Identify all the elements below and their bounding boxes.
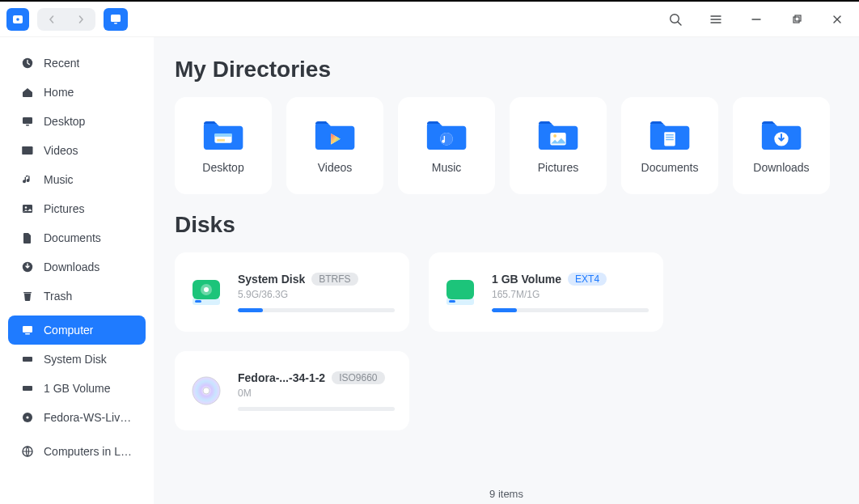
- music-icon: [21, 173, 34, 186]
- sidebar-item-lan[interactable]: Computers in LAN: [8, 437, 146, 466]
- sidebar-item-label: Trash: [44, 290, 72, 303]
- view-toggle-button[interactable]: [104, 8, 128, 31]
- directory-card-music[interactable]: Music: [398, 97, 495, 194]
- disk-title: System Disk: [238, 273, 305, 286]
- svg-rect-51: [449, 300, 455, 303]
- svg-line-5: [678, 22, 681, 25]
- maximize-button[interactable]: [789, 12, 804, 27]
- status-bar: 9 items: [154, 483, 859, 504]
- svg-rect-11: [795, 15, 801, 21]
- directory-card-desktop[interactable]: Desktop: [175, 97, 272, 194]
- disk-progress: [238, 407, 395, 411]
- svg-rect-3: [114, 23, 117, 24]
- svg-rect-32: [217, 139, 225, 142]
- lan-icon: [21, 445, 34, 458]
- back-button[interactable]: [37, 15, 66, 23]
- sidebar-item-music[interactable]: Music: [8, 165, 146, 194]
- sidebar-item-recent[interactable]: Recent: [8, 49, 146, 78]
- nav-buttons: [37, 8, 95, 31]
- maximize-icon: [791, 14, 802, 25]
- sidebar-item-label: System Disk: [44, 353, 107, 366]
- svg-rect-31: [214, 133, 231, 137]
- sidebar: RecentHomeDesktopVideosMusicPicturesDocu…: [0, 37, 154, 504]
- sidebar-item-videos[interactable]: Videos: [8, 136, 146, 165]
- sidebar-item-pictures[interactable]: Pictures: [8, 194, 146, 223]
- directory-card-pictures[interactable]: Pictures: [510, 97, 607, 194]
- sidebar-item-trash[interactable]: Trash: [8, 282, 146, 311]
- sidebar-item-label: Music: [44, 173, 74, 186]
- svg-rect-18: [23, 146, 24, 155]
- titlebar: [0, 2, 859, 37]
- chevron-right-icon: [77, 15, 85, 23]
- forward-button[interactable]: [66, 15, 95, 23]
- svg-rect-26: [23, 386, 32, 391]
- sidebar-item-systemdisk[interactable]: System Disk: [8, 345, 146, 374]
- disk-icon: [21, 382, 34, 395]
- video-icon: [21, 144, 34, 157]
- svg-rect-24: [25, 333, 30, 334]
- sidebar-item-computer[interactable]: Computer: [8, 316, 146, 345]
- disk-usage-text: 0M: [238, 388, 395, 399]
- sidebar-item-vol1gb[interactable]: 1 GB Volume: [8, 374, 146, 403]
- desktop-icon: [21, 115, 34, 128]
- folder-icon-desktop: [201, 117, 246, 153]
- disk-card-fedoraiso[interactable]: Fedora-...-34-1-2ISO96600M: [175, 351, 409, 430]
- search-icon: [668, 12, 683, 27]
- folder-icon-music: [424, 117, 469, 153]
- section-title-disks: Disks: [175, 212, 838, 238]
- disk-title: Fedora-...-34-1-2: [238, 371, 325, 384]
- sidebar-item-home[interactable]: Home: [8, 78, 146, 107]
- svg-point-1: [16, 18, 19, 21]
- directory-card-downloads[interactable]: Downloads: [733, 97, 830, 194]
- disk-icon: [189, 374, 223, 408]
- sidebar-item-documents[interactable]: Documents: [8, 223, 146, 252]
- svg-point-20: [25, 206, 27, 208]
- disk-icon: [443, 275, 477, 309]
- svg-rect-15: [23, 117, 32, 124]
- content-area: My Directories DesktopVideosMusicPicture…: [154, 37, 859, 504]
- svg-rect-16: [26, 125, 29, 125]
- sidebar-item-desktop[interactable]: Desktop: [8, 107, 146, 136]
- directory-label: Music: [432, 161, 462, 174]
- trash-icon: [21, 290, 34, 303]
- sidebar-item-label: Computers in LAN: [44, 445, 133, 458]
- sidebar-item-label: Downloads: [44, 260, 99, 273]
- svg-rect-48: [195, 300, 201, 303]
- menu-button[interactable]: [709, 12, 723, 27]
- close-button[interactable]: [830, 12, 844, 27]
- sidebar-item-label: Videos: [44, 144, 78, 157]
- disk-info: 1 GB VolumeEXT4165.7M/1G: [492, 273, 649, 312]
- disk-card-systemdisk[interactable]: System DiskBTRFS5.9G/36.3G: [175, 252, 409, 332]
- app-window: RecentHomeDesktopVideosMusicPicturesDocu…: [0, 0, 859, 504]
- svg-rect-22: [23, 292, 32, 294]
- svg-rect-19: [23, 205, 32, 213]
- folder-icon-video: [312, 117, 358, 153]
- minimize-button[interactable]: [749, 12, 764, 27]
- sidebar-item-label: Pictures: [44, 202, 85, 215]
- directories-grid: DesktopVideosMusicPicturesDocumentsDownl…: [175, 97, 838, 194]
- body: RecentHomeDesktopVideosMusicPicturesDocu…: [0, 37, 859, 504]
- sidebar-item-downloads[interactable]: Downloads: [8, 252, 146, 282]
- folder-icon-document: [647, 117, 692, 153]
- directory-card-videos[interactable]: Videos: [286, 97, 383, 194]
- directory-label: Downloads: [753, 161, 809, 174]
- disk-usage-text: 165.7M/1G: [492, 289, 649, 300]
- svg-point-47: [204, 287, 209, 292]
- fs-badge: BTRFS: [311, 273, 358, 286]
- disk-card-vol1gb[interactable]: 1 GB VolumeEXT4165.7M/1G: [429, 252, 663, 332]
- disk-icon: [21, 353, 34, 366]
- picture-icon: [21, 202, 34, 215]
- disk-progress: [238, 308, 395, 312]
- chevron-left-icon: [48, 15, 56, 23]
- svg-rect-41: [666, 137, 674, 138]
- app-logo[interactable]: [6, 8, 29, 31]
- clock-icon: [21, 57, 34, 70]
- scroll-area[interactable]: My Directories DesktopVideosMusicPicture…: [154, 37, 859, 483]
- cd-icon: [21, 411, 34, 424]
- svg-point-28: [26, 416, 28, 418]
- sidebar-item-fedoraiso[interactable]: Fedora-WS-Live-34-...: [8, 403, 146, 432]
- titlebar-left: [6, 8, 128, 31]
- download-icon: [21, 260, 34, 273]
- search-button[interactable]: [668, 12, 683, 27]
- directory-card-documents[interactable]: Documents: [621, 97, 718, 194]
